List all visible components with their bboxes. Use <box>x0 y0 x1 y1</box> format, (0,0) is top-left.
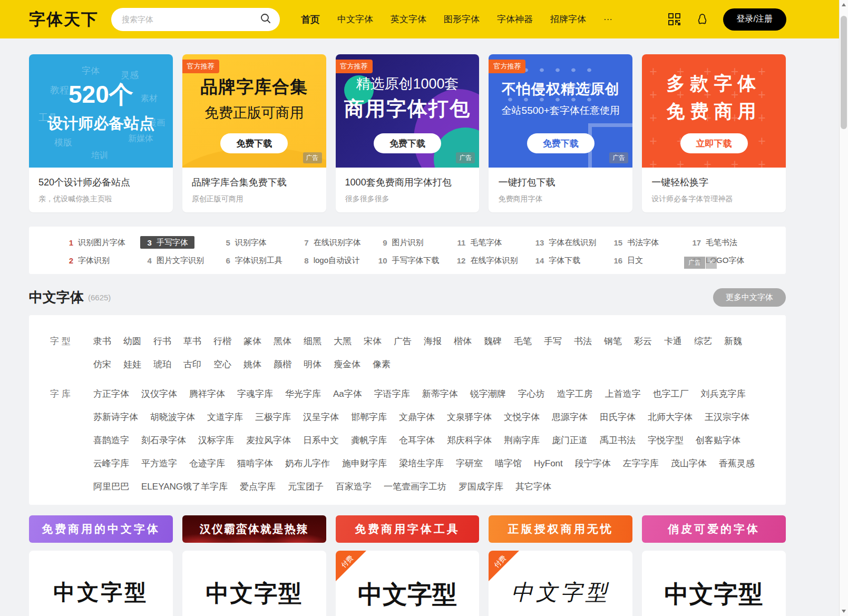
font-library-tag[interactable]: 左字字库 <box>623 457 659 470</box>
qr-code-icon[interactable] <box>667 12 681 26</box>
font-library-tag[interactable]: 字悦字型 <box>648 434 684 447</box>
banner-ad-2[interactable]: 免费商用字体工具 <box>336 515 480 543</box>
search-icon[interactable] <box>260 13 271 26</box>
font-library-tag[interactable]: 造字工房 <box>557 388 593 400</box>
font-library-tag[interactable]: 汉呈字体 <box>303 411 339 424</box>
font-type-tag[interactable]: 海报 <box>424 335 442 348</box>
promo-title[interactable]: 520个设计师必备站点 <box>38 176 163 189</box>
font-type-tag[interactable]: 像素 <box>373 358 391 371</box>
font-card-0[interactable]: 中文字型 <box>29 551 173 616</box>
font-library-tag[interactable]: 思源字体 <box>552 411 588 424</box>
font-library-tag[interactable]: 喵字馆 <box>495 457 522 470</box>
font-type-tag[interactable]: 书法 <box>574 335 592 348</box>
font-library-tag[interactable]: 喜鹊造字 <box>93 434 129 447</box>
font-card-3[interactable]: 付费中文字型 <box>489 551 632 616</box>
font-type-tag[interactable]: 大黑 <box>334 335 352 348</box>
font-library-tag[interactable]: 文鼎字体 <box>399 411 435 424</box>
font-library-tag[interactable]: 罗国成字库 <box>459 481 503 493</box>
quick-link-17[interactable]: 17毛笔书法 <box>691 236 770 249</box>
quick-link-6[interactable]: 6字体识别工具 <box>221 254 299 267</box>
font-library-tag[interactable]: 仓迹字库 <box>189 457 225 470</box>
font-type-tag[interactable]: 空心 <box>213 358 231 371</box>
font-library-tag[interactable]: 香蕉灵感 <box>719 457 755 470</box>
promo-card-1000-pack[interactable]: 官方推荐 精选原创1000套 商用字体打包 免费下载 广告 1000套免费商用字… <box>336 54 480 212</box>
font-library-tag[interactable]: 文泉驿字体 <box>447 411 492 424</box>
font-type-tag[interactable]: 姚体 <box>243 358 261 371</box>
quick-link-1[interactable]: 1识别图片字体 <box>64 236 142 249</box>
font-type-tag[interactable]: 魏碑 <box>484 335 502 348</box>
quick-link-8[interactable]: 8logo自动设计 <box>299 254 378 267</box>
nav-item-3[interactable]: 图形字体 <box>444 13 480 25</box>
font-type-tag[interactable]: 行书 <box>153 335 171 348</box>
promo-card-font-manager[interactable]: + + + + + + + + + + + + + + + + + + + + … <box>642 54 786 212</box>
font-type-tag[interactable]: 钢笔 <box>604 335 622 348</box>
promo-image[interactable]: 官方推荐 精选原创1000套 商用字体打包 免费下载 广告 <box>336 54 480 168</box>
quick-link-15[interactable]: 15书法字体 <box>613 236 691 249</box>
font-library-tag[interactable]: 云峰字库 <box>93 457 129 470</box>
font-type-tag[interactable]: 综艺 <box>694 335 712 348</box>
font-card-2[interactable]: 付费中文字型 <box>336 551 480 616</box>
promo-title[interactable]: 1000套免费商用字体打包 <box>345 176 470 189</box>
quick-link-12[interactable]: 12在线字体识别 <box>456 254 534 267</box>
font-library-tag[interactable]: 也字工厂 <box>653 388 689 400</box>
font-type-tag[interactable]: 卡通 <box>664 335 682 348</box>
font-library-tag[interactable]: 庞门正道 <box>552 434 588 447</box>
qq-icon[interactable] <box>695 12 709 26</box>
quick-link-14[interactable]: 14字体下载 <box>534 254 613 267</box>
font-library-tag[interactable]: 上首造字 <box>605 388 641 400</box>
quick-link-2[interactable]: 2字体识别 <box>64 254 142 267</box>
promo-card-brand-fonts[interactable]: 官方推荐 品牌字库合集 免费正版可商用 免费下载 广告 品牌字库合集免费下载 原… <box>182 54 326 212</box>
font-type-tag[interactable]: 广告 <box>394 335 412 348</box>
free-download-button[interactable]: 免费下载 <box>527 133 594 153</box>
font-type-tag[interactable]: 颜楷 <box>274 358 291 371</box>
quick-link-11[interactable]: 11毛笔字体 <box>456 236 534 249</box>
font-library-tag[interactable]: 汉标字库 <box>198 434 234 447</box>
quick-link-5[interactable]: 5识别字体 <box>221 236 299 249</box>
promo-image[interactable]: 官方推荐 品牌字库合集 免费正版可商用 免费下载 广告 <box>182 54 326 168</box>
font-type-tag[interactable]: 行楷 <box>213 335 231 348</box>
more-chinese-fonts-button[interactable]: 更多中文字体 <box>713 288 786 307</box>
promo-title[interactable]: 品牌字库合集免费下载 <box>192 176 317 189</box>
font-library-tag[interactable]: 王汉宗字体 <box>705 411 749 424</box>
quick-link-13[interactable]: 13字体在线识别 <box>534 236 613 249</box>
promo-image[interactable]: + + + + + + + + + + + + + + + + + + + + … <box>642 54 786 168</box>
font-library-tag[interactable]: 胡晓波字体 <box>150 411 195 424</box>
font-library-tag[interactable]: 腾祥字体 <box>189 388 225 400</box>
font-library-tag[interactable]: 字研室 <box>456 457 483 470</box>
search-input[interactable] <box>122 15 260 24</box>
font-library-tag[interactable]: 一笔壹画字工坊 <box>384 481 446 493</box>
search-box[interactable] <box>111 8 280 31</box>
font-library-tag[interactable]: 北师大字体 <box>648 411 693 424</box>
font-library-tag[interactable]: 奶布儿字作 <box>285 457 330 470</box>
font-library-tag[interactable]: HyFont <box>534 457 563 470</box>
font-type-tag[interactable]: 仿宋 <box>93 358 111 371</box>
font-library-tag[interactable]: 汉仪字体 <box>141 388 177 400</box>
promo-image[interactable]: 官方推荐 不怕侵权精选原创 全站5500+套字体任意使用 免费下载 广告 <box>489 54 632 168</box>
free-download-button[interactable]: 免费下载 <box>374 133 441 153</box>
font-library-tag[interactable]: 日系中文 <box>303 434 339 447</box>
font-library-tag[interactable]: 刘兵克字库 <box>701 388 746 400</box>
scroll-down-arrow[interactable] <box>842 610 846 613</box>
banner-ad-0[interactable]: 免费商用的中文字体 <box>29 515 173 543</box>
font-library-tag[interactable]: 郑庆科字体 <box>447 434 492 447</box>
font-type-tag[interactable]: 琥珀 <box>153 358 171 371</box>
font-library-tag[interactable]: 猫啃字体 <box>237 457 273 470</box>
font-library-tag[interactable]: 刻石录字体 <box>141 434 186 447</box>
font-library-tag[interactable]: 创客贴字体 <box>696 434 740 447</box>
quick-link-7[interactable]: 7在线识别字体 <box>299 236 378 249</box>
font-library-tag[interactable]: 邯郸字库 <box>351 411 387 424</box>
nav-item-6[interactable]: ··· <box>603 14 612 25</box>
font-type-tag[interactable]: 黑体 <box>274 335 291 348</box>
font-library-tag[interactable]: 新蒂字体 <box>422 388 458 400</box>
font-library-tag[interactable]: 平方造字 <box>141 457 177 470</box>
site-logo[interactable]: 字体天下 <box>29 8 99 31</box>
quick-link-10[interactable]: 10手写字体下载 <box>378 254 456 267</box>
free-download-button[interactable]: 免费下载 <box>220 133 288 153</box>
promo-title[interactable]: 一键轻松换字 <box>651 176 776 189</box>
font-library-tag[interactable]: 文悦字体 <box>504 411 540 424</box>
font-library-tag[interactable]: 茂山字体 <box>671 457 707 470</box>
font-library-tag[interactable]: 字魂字库 <box>237 388 273 400</box>
font-library-tag[interactable]: 仓耳字体 <box>399 434 435 447</box>
quick-link-9[interactable]: 9图片识别 <box>378 236 456 249</box>
font-type-tag[interactable]: 古印 <box>183 358 201 371</box>
